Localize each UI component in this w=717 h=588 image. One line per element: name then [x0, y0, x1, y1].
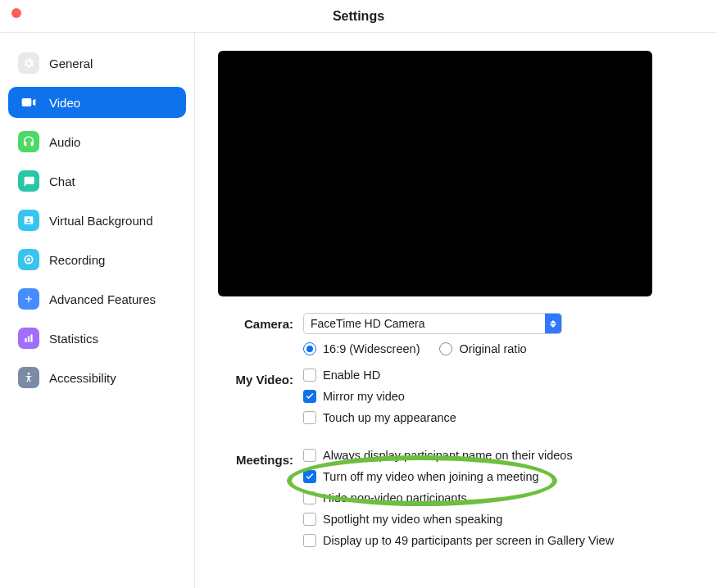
sidebar-item-accessibility[interactable]: Accessibility [8, 362, 186, 393]
video-icon [18, 92, 39, 113]
check-display-49-participants[interactable]: Display up to 49 participants per screen… [303, 534, 694, 547]
radio-dot-icon [303, 342, 316, 355]
camera-select-value: FaceTime HD Camera [304, 317, 545, 330]
radio-dot-icon [439, 342, 452, 355]
bar-chart-icon [18, 328, 39, 349]
check-label: Hide non-video participants [323, 491, 467, 504]
check-label: Touch up my appearance [323, 411, 456, 424]
sidebar-item-chat[interactable]: Chat [8, 165, 186, 197]
video-preview [218, 51, 652, 296]
close-window-dot[interactable] [11, 8, 21, 18]
check-label: Display up to 49 participants per screen… [323, 534, 614, 547]
chat-icon [18, 170, 39, 192]
check-label: Always display participant name on their… [323, 449, 573, 462]
gear-icon [18, 52, 39, 74]
sidebar-item-label: Recording [49, 253, 105, 267]
radio-label: Original ratio [459, 342, 526, 355]
check-spotlight-when-speaking[interactable]: Spotlight my video when speaking [303, 513, 694, 526]
virtual-background-icon [18, 210, 39, 231]
sidebar-item-label: Accessibility [49, 371, 116, 385]
svg-rect-5 [28, 337, 29, 342]
svg-point-3 [27, 258, 30, 261]
titlebar: Settings [0, 0, 717, 33]
sidebar-item-video[interactable]: Video [8, 87, 186, 118]
sidebar-item-label: Virtual Background [49, 214, 152, 228]
radio-label: 16:9 (Widescreen) [323, 342, 420, 355]
check-label: Mirror my video [323, 390, 405, 403]
svg-rect-4 [25, 338, 26, 342]
check-label: Enable HD [323, 369, 380, 382]
check-turn-off-video-on-join[interactable]: Turn off my video when joining a meeting [303, 470, 694, 483]
sidebar-item-label: Video [49, 96, 80, 110]
check-label: Turn off my video when joining a meeting [323, 470, 539, 483]
sidebar: General Video Audio Chat Virtual Backgro [0, 33, 195, 588]
radio-original-ratio[interactable]: Original ratio [439, 342, 526, 355]
radio-16-9[interactable]: 16:9 (Widescreen) [303, 342, 420, 355]
sidebar-item-advanced-features[interactable]: Advanced Features [8, 283, 186, 314]
checkbox-icon [303, 369, 316, 382]
check-label: Spotlight my video when speaking [323, 513, 502, 526]
check-hide-non-video[interactable]: Hide non-video participants [303, 491, 694, 504]
camera-select[interactable]: FaceTime HD Camera [303, 313, 562, 334]
accessibility-icon [18, 367, 39, 388]
sidebar-item-label: General [49, 57, 93, 70]
sidebar-item-label: Advanced Features [49, 292, 156, 306]
svg-rect-6 [30, 334, 32, 341]
checkbox-icon [303, 411, 316, 424]
svg-point-7 [28, 373, 30, 375]
sidebar-item-label: Statistics [49, 332, 98, 346]
checkbox-icon [303, 513, 316, 526]
main-panel: Camera: FaceTime HD Camera 16:9 (Widescr… [195, 33, 717, 588]
sidebar-item-audio[interactable]: Audio [8, 126, 186, 157]
check-touch-up-appearance[interactable]: Touch up my appearance [303, 411, 694, 424]
checkbox-icon [303, 449, 316, 462]
camera-label: Camera: [218, 313, 303, 364]
sidebar-item-general[interactable]: General [8, 47, 186, 79]
check-always-display-name[interactable]: Always display participant name on their… [303, 449, 694, 462]
meetings-label: Meetings: [218, 449, 303, 555]
check-enable-hd[interactable]: Enable HD [303, 369, 694, 382]
checkbox-icon [303, 470, 316, 483]
dropdown-arrows-icon [545, 314, 561, 333]
sidebar-item-statistics[interactable]: Statistics [8, 323, 186, 354]
sidebar-item-virtual-background[interactable]: Virtual Background [8, 205, 186, 236]
record-icon [18, 249, 39, 270]
checkbox-icon [303, 491, 316, 504]
sidebar-item-label: Chat [49, 174, 75, 188]
check-mirror-my-video[interactable]: Mirror my video [303, 390, 694, 403]
my-video-label: My Video: [218, 369, 303, 432]
window-title: Settings [0, 9, 717, 24]
checkbox-icon [303, 390, 316, 403]
headphones-icon [18, 131, 39, 152]
svg-point-1 [28, 219, 30, 221]
sidebar-item-recording[interactable]: Recording [8, 244, 186, 275]
checkbox-icon [303, 534, 316, 547]
plus-icon [18, 288, 39, 310]
sidebar-item-label: Audio [49, 135, 80, 149]
